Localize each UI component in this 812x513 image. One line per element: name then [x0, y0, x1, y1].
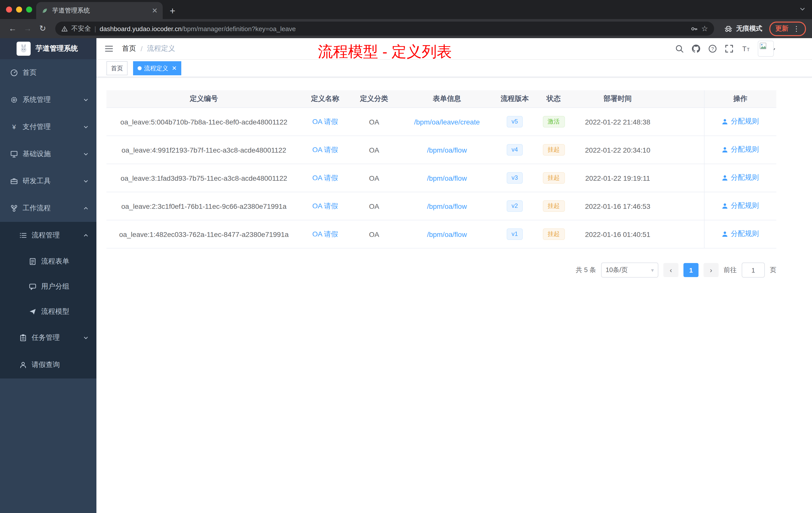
search-icon[interactable] — [675, 44, 684, 53]
close-window-button[interactable] — [6, 6, 12, 12]
status-tag: 挂起 — [543, 229, 565, 240]
svg-text:T: T — [743, 45, 747, 53]
col-deploy-time: 部署时间 — [573, 90, 663, 108]
svg-text:¥: ¥ — [12, 123, 16, 131]
version-tag: v2 — [506, 201, 523, 212]
col-filler — [663, 90, 704, 108]
new-tab-button[interactable]: + — [170, 6, 175, 16]
sidebar-item-system[interactable]: 系统管理 — [0, 86, 96, 114]
assign-rule-button[interactable]: 分配规则 — [722, 117, 759, 126]
sidebar-item-workflow[interactable]: 工作流程 — [0, 195, 96, 222]
table-row: oa_leave:4:991f2193-7b7f-11ec-a3c8-acde4… — [107, 136, 776, 164]
next-page-button[interactable]: › — [703, 263, 719, 277]
prev-page-button[interactable]: ‹ — [663, 263, 678, 277]
screen: 芋道管理系统 ✕ + ← → ↻ 不安全 | dashboard.yudao.i… — [0, 0, 812, 513]
goto-page-input[interactable] — [742, 263, 765, 278]
sidebar-logo[interactable]: 芋道管理系统 — [0, 38, 96, 59]
version-tag: v1 — [506, 229, 523, 240]
definition-name-link[interactable]: OA 请假 — [312, 117, 338, 125]
chevron-up-icon — [83, 233, 89, 238]
update-label: 更新 — [775, 24, 788, 33]
table-row: oa_leave:3:1fad3d93-7b75-11ec-a3c8-acde4… — [107, 164, 776, 192]
chevron-down-icon — [83, 124, 89, 130]
browser-tab[interactable]: 芋道管理系统 ✕ — [36, 2, 163, 19]
toolbox-icon — [10, 177, 18, 185]
tag-close-icon[interactable]: ✕ — [172, 65, 177, 72]
tab-close-icon[interactable]: ✕ — [152, 6, 158, 14]
cell-deploy-time: 2022-01-22 21:48:38 — [573, 108, 663, 136]
navbar-actions: ? T T — [675, 41, 812, 57]
security-label[interactable]: 不安全 — [71, 24, 91, 33]
sidebar-item-label: 研发工具 — [23, 177, 51, 186]
url-bar[interactable]: 不安全 | dashboard.yudao.iocoder.cn/bpm/man… — [55, 22, 714, 36]
browser-menu-icon[interactable]: ⋮ — [793, 25, 800, 33]
sidebar-item-leave-query[interactable]: 请假查询 — [0, 351, 96, 379]
url-path: /bpm/manager/definition?key=oa_leave — [182, 25, 296, 32]
definition-name-link[interactable]: OA 请假 — [312, 174, 338, 181]
sidebar-item-label: 流程模型 — [41, 307, 69, 316]
logo-avatar — [17, 42, 31, 56]
tab-strip-chevron-icon[interactable] — [799, 5, 806, 12]
select-caret-icon: ▾ — [651, 267, 654, 273]
sidebar-toggle-icon[interactable] — [104, 44, 114, 54]
fullscreen-icon[interactable] — [725, 44, 734, 53]
user-icon — [722, 118, 728, 125]
form-link[interactable]: /bpm/oa/flow — [427, 146, 467, 154]
chevron-down-icon — [83, 335, 89, 341]
help-icon[interactable]: ? — [708, 44, 717, 53]
sidebar-item-process-management[interactable]: 流程管理 — [0, 222, 96, 249]
tag-label: 首页 — [111, 64, 123, 72]
col-category: 定义分类 — [349, 90, 399, 108]
cell-id: oa_leave:3:1fad3d93-7b75-11ec-a3c8-acde4… — [107, 164, 301, 192]
reload-button[interactable]: ↻ — [36, 25, 49, 33]
definition-name-link[interactable]: OA 请假 — [312, 145, 338, 153]
table-row: oa_leave:2:3c1f0ef1-76b1-11ec-9c66-a2380… — [107, 192, 776, 220]
form-link[interactable]: /bpm/oa/flow — [427, 202, 467, 210]
pagination: 共 5 条 10条/页 ▾ ‹ 1 › 前往 页 — [107, 263, 776, 278]
sidebar-item-infrastructure[interactable]: 基础设施 — [0, 141, 96, 168]
definition-name-link[interactable]: OA 请假 — [312, 230, 338, 238]
tag-label: 流程定义 — [144, 64, 168, 72]
cell-category: OA — [349, 164, 399, 192]
form-link[interactable]: /bpm/oa/leave/create — [414, 118, 480, 126]
sidebar-item-user-group[interactable]: 用户分组 — [0, 274, 96, 299]
sidebar-item-label: 流程管理 — [32, 231, 60, 240]
forward-button[interactable]: → — [21, 25, 34, 33]
tag-process-definition[interactable]: 流程定义 ✕ — [133, 61, 181, 75]
list-icon — [19, 232, 27, 239]
form-link[interactable]: /bpm/oa/flow — [427, 174, 467, 182]
goto-label: 前往 — [724, 266, 737, 275]
url-divider: | — [94, 25, 96, 32]
user-avatar[interactable] — [758, 41, 774, 57]
minimize-window-button[interactable] — [16, 6, 22, 12]
assign-rule-button[interactable]: 分配规则 — [722, 145, 759, 154]
back-button[interactable]: ← — [6, 25, 19, 33]
font-size-icon[interactable]: T T — [741, 44, 750, 53]
sidebar-item-dev-tools[interactable]: 研发工具 — [0, 168, 96, 195]
cell-id: oa_leave:1:482ec033-762a-11ec-8477-a2380… — [107, 220, 301, 248]
sidebar-item-task-management[interactable]: 任务管理 — [0, 324, 96, 351]
sidebar-item-process-model[interactable]: 流程模型 — [0, 299, 96, 324]
sidebar-item-label: 用户分组 — [41, 282, 69, 291]
sidebar-item-home[interactable]: 首页 — [0, 59, 96, 86]
password-key-icon[interactable] — [690, 25, 698, 32]
zoom-window-button[interactable] — [26, 6, 32, 12]
breadcrumb-home[interactable]: 首页 — [122, 44, 136, 53]
sidebar-item-process-form[interactable]: 流程表单 — [0, 249, 96, 274]
tag-home[interactable]: 首页 — [107, 61, 127, 75]
incognito-icon — [724, 24, 733, 33]
page-number-button[interactable]: 1 — [684, 263, 698, 277]
assign-rule-button[interactable]: 分配规则 — [722, 174, 759, 182]
incognito-badge: 无痕模式 — [724, 24, 762, 33]
workflow-icon — [10, 204, 18, 212]
page-size-select[interactable]: 10条/页 ▾ — [601, 263, 658, 278]
bookmark-star-icon[interactable]: ☆ — [701, 24, 708, 33]
update-browser-button[interactable]: 更新 ⋮ — [769, 21, 806, 36]
definition-name-link[interactable]: OA 请假 — [312, 202, 338, 210]
assign-rule-button[interactable]: 分配规则 — [722, 202, 759, 211]
sidebar-item-payment[interactable]: ¥ 支付管理 — [0, 114, 96, 141]
form-link[interactable]: /bpm/oa/flow — [427, 230, 467, 238]
assign-rule-button[interactable]: 分配规则 — [722, 230, 759, 239]
github-icon[interactable] — [692, 44, 700, 53]
sidebar-item-label: 请假查询 — [32, 360, 60, 369]
